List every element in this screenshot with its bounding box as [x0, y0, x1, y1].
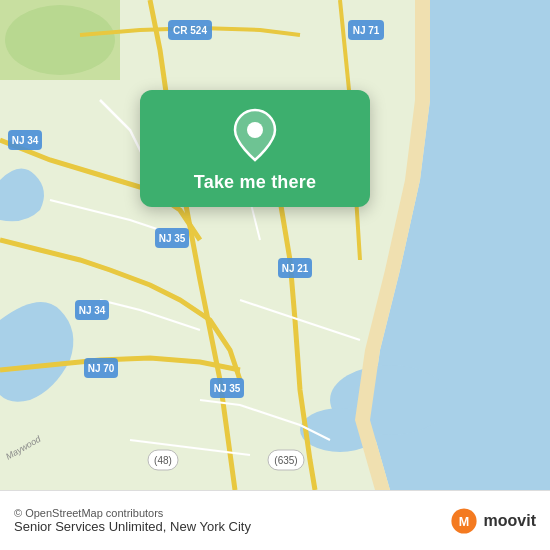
- svg-text:NJ 34: NJ 34: [12, 135, 39, 146]
- popup-card[interactable]: Take me there: [140, 90, 370, 207]
- svg-text:NJ 70: NJ 70: [88, 363, 115, 374]
- map-svg: CR 524 NJ 71 NJ 34 NJ 35 NJ 34 NJ 70 NJ …: [0, 0, 550, 490]
- svg-point-6: [5, 5, 115, 75]
- bottom-bar: © OpenStreetMap contributors Senior Serv…: [0, 490, 550, 550]
- location-pin-icon: [228, 108, 282, 162]
- moovit-logo: M moovit: [450, 507, 536, 535]
- svg-text:NJ 21: NJ 21: [282, 263, 309, 274]
- popup-label: Take me there: [194, 172, 316, 193]
- svg-text:M: M: [458, 514, 469, 528]
- svg-text:NJ 35: NJ 35: [214, 383, 241, 394]
- svg-text:NJ 34: NJ 34: [79, 305, 106, 316]
- svg-text:NJ 71: NJ 71: [353, 25, 380, 36]
- svg-text:NJ 35: NJ 35: [159, 233, 186, 244]
- svg-text:(635): (635): [274, 455, 297, 466]
- attribution-text: © OpenStreetMap contributors: [14, 507, 450, 519]
- moovit-icon: M: [450, 507, 478, 535]
- svg-point-28: [247, 122, 263, 138]
- svg-text:CR 524: CR 524: [173, 25, 207, 36]
- place-name: Senior Services Unlimited, New York City: [14, 519, 450, 534]
- moovit-text: moovit: [484, 512, 536, 530]
- svg-text:(48): (48): [154, 455, 172, 466]
- map-container: CR 524 NJ 71 NJ 34 NJ 35 NJ 34 NJ 70 NJ …: [0, 0, 550, 490]
